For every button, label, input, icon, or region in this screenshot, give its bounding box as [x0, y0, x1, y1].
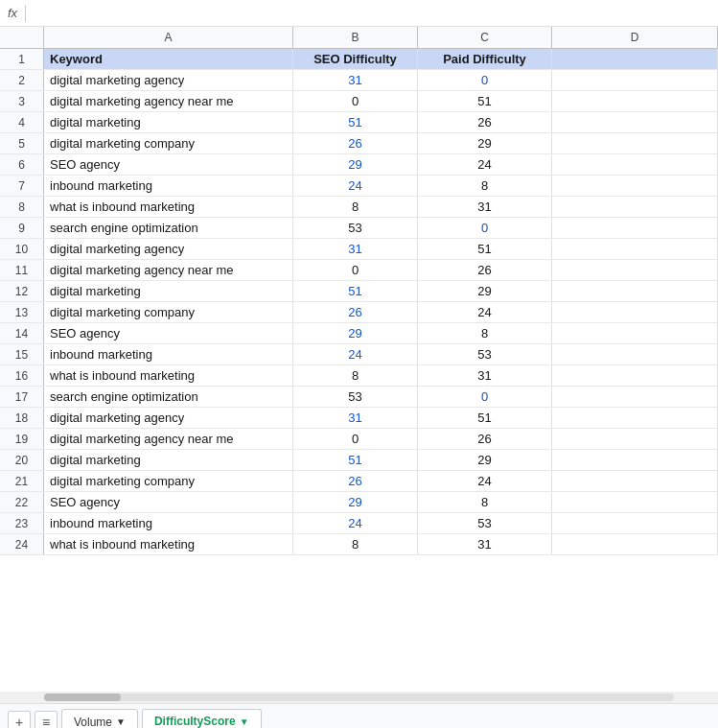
- cell-16-c[interactable]: 31: [418, 365, 552, 386]
- col-header-b[interactable]: B: [293, 27, 418, 48]
- cell-3-c[interactable]: 51: [418, 91, 552, 111]
- col-header-c[interactable]: C: [418, 27, 552, 48]
- cell-21-c[interactable]: 24: [418, 471, 552, 491]
- cell-18-a[interactable]: digital marketing agency: [44, 408, 293, 428]
- cell-15-a[interactable]: inbound marketing: [44, 344, 293, 364]
- cell-13-c[interactable]: 24: [418, 302, 552, 322]
- col-header-d[interactable]: D: [552, 27, 718, 48]
- cell-11-b[interactable]: 0: [293, 260, 418, 280]
- cell-1-b[interactable]: SEO Difficulty: [293, 49, 418, 69]
- cell-9-c[interactable]: 0: [418, 218, 552, 238]
- cell-11-a[interactable]: digital marketing agency near me: [44, 260, 293, 280]
- cell-1-c[interactable]: Paid Difficulty: [418, 49, 552, 69]
- cell-19-b[interactable]: 0: [293, 429, 418, 449]
- cell-12-b[interactable]: 51: [293, 281, 418, 301]
- tab-volume-arrow: ▼: [116, 716, 126, 727]
- cell-20-b[interactable]: 51: [293, 450, 418, 470]
- scrollbar-track[interactable]: [44, 693, 674, 701]
- cell-22-a[interactable]: SEO agency: [44, 492, 293, 512]
- cell-21-b[interactable]: 26: [293, 471, 418, 491]
- table-row: 10 digital marketing agency 31 51: [0, 239, 718, 260]
- tab-volume[interactable]: Volume ▼: [61, 709, 138, 729]
- table-row: 12 digital marketing 51 29: [0, 281, 718, 302]
- cell-16-b[interactable]: 8: [293, 365, 418, 386]
- row-num-13: 13: [0, 302, 44, 322]
- cell-24-b[interactable]: 8: [293, 534, 418, 554]
- cell-22-b[interactable]: 29: [293, 492, 418, 512]
- cell-6-a[interactable]: SEO agency: [44, 154, 293, 175]
- cell-20-a[interactable]: digital marketing: [44, 450, 293, 470]
- cell-22-c[interactable]: 8: [418, 492, 552, 512]
- cell-10-b[interactable]: 31: [293, 239, 418, 259]
- cell-9-b[interactable]: 53: [293, 218, 418, 238]
- col-header-a[interactable]: A: [44, 27, 293, 48]
- cell-5-a[interactable]: digital marketing company: [44, 133, 293, 153]
- cell-9-a[interactable]: search engine optimization: [44, 218, 293, 238]
- tab-difficulty-score[interactable]: DifficultyScore ▼: [142, 709, 262, 729]
- row-num-19: 19: [0, 429, 44, 449]
- cell-23-c[interactable]: 53: [418, 513, 552, 533]
- cell-15-c[interactable]: 53: [418, 344, 552, 364]
- cell-1-a[interactable]: Keyword: [44, 49, 293, 69]
- cell-13-b[interactable]: 26: [293, 302, 418, 322]
- cell-8-a[interactable]: what is inbound marketing: [44, 197, 293, 217]
- cell-18-b[interactable]: 31: [293, 408, 418, 428]
- cell-5-c[interactable]: 29: [418, 133, 552, 153]
- cell-16-d: [552, 365, 718, 386]
- cell-14-a[interactable]: SEO agency: [44, 323, 293, 343]
- cell-12-a[interactable]: digital marketing: [44, 281, 293, 301]
- sheet-menu-button[interactable]: ≡: [35, 711, 58, 729]
- table-row: 9 search engine optimization 53 0: [0, 218, 718, 239]
- cell-17-b[interactable]: 53: [293, 387, 418, 407]
- cell-14-b[interactable]: 29: [293, 323, 418, 343]
- row-num-15: 15: [0, 344, 44, 364]
- table-row: 7 inbound marketing 24 8: [0, 176, 718, 197]
- add-sheet-button[interactable]: +: [8, 711, 31, 729]
- tab-volume-label: Volume: [74, 716, 112, 729]
- tab-difficulty-score-arrow: ▼: [240, 716, 249, 727]
- formula-bar-divider: [25, 5, 26, 22]
- cell-8-d: [552, 197, 718, 217]
- cell-17-a[interactable]: search engine optimization: [44, 387, 293, 407]
- cell-18-c[interactable]: 51: [418, 408, 552, 428]
- cell-23-a[interactable]: inbound marketing: [44, 513, 293, 533]
- cell-15-b[interactable]: 24: [293, 344, 418, 364]
- cell-7-a[interactable]: inbound marketing: [44, 176, 293, 196]
- scrollbar-thumb[interactable]: [44, 693, 121, 701]
- cell-3-b[interactable]: 0: [293, 91, 418, 111]
- cell-16-a[interactable]: what is inbound marketing: [44, 365, 293, 386]
- cell-14-c[interactable]: 8: [418, 323, 552, 343]
- cell-10-c[interactable]: 51: [418, 239, 552, 259]
- cell-4-b[interactable]: 51: [293, 112, 418, 132]
- cell-24-c[interactable]: 31: [418, 534, 552, 554]
- cell-24-a[interactable]: what is inbound marketing: [44, 534, 293, 554]
- cell-8-c[interactable]: 31: [418, 197, 552, 217]
- cell-19-a[interactable]: digital marketing agency near me: [44, 429, 293, 449]
- cell-6-c[interactable]: 24: [418, 154, 552, 175]
- cell-6-b[interactable]: 29: [293, 154, 418, 175]
- table-row: 3 digital marketing agency near me 0 51: [0, 91, 718, 112]
- cell-12-c[interactable]: 29: [418, 281, 552, 301]
- cell-19-d: [552, 429, 718, 449]
- cell-17-c[interactable]: 0: [418, 387, 552, 407]
- cell-3-a[interactable]: digital marketing agency near me: [44, 91, 293, 111]
- cell-7-c[interactable]: 8: [418, 176, 552, 196]
- cell-11-c[interactable]: 26: [418, 260, 552, 280]
- cell-20-c[interactable]: 29: [418, 450, 552, 470]
- cell-5-b[interactable]: 26: [293, 133, 418, 153]
- cell-8-b[interactable]: 8: [293, 197, 418, 217]
- cell-4-a[interactable]: digital marketing: [44, 112, 293, 132]
- table-row: 20 digital marketing 51 29: [0, 450, 718, 471]
- cell-7-b[interactable]: 24: [293, 176, 418, 196]
- cell-2-a[interactable]: digital marketing agency: [44, 70, 293, 90]
- cell-2-b[interactable]: 31: [293, 70, 418, 90]
- cell-23-b[interactable]: 24: [293, 513, 418, 533]
- cell-2-c[interactable]: 0: [418, 70, 552, 90]
- row-num-4: 4: [0, 112, 44, 132]
- cell-10-a[interactable]: digital marketing agency: [44, 239, 293, 259]
- cell-13-a[interactable]: digital marketing company: [44, 302, 293, 322]
- cell-21-a[interactable]: digital marketing company: [44, 471, 293, 491]
- table-row: 15 inbound marketing 24 53: [0, 344, 718, 365]
- cell-19-c[interactable]: 26: [418, 429, 552, 449]
- cell-4-c[interactable]: 26: [418, 112, 552, 132]
